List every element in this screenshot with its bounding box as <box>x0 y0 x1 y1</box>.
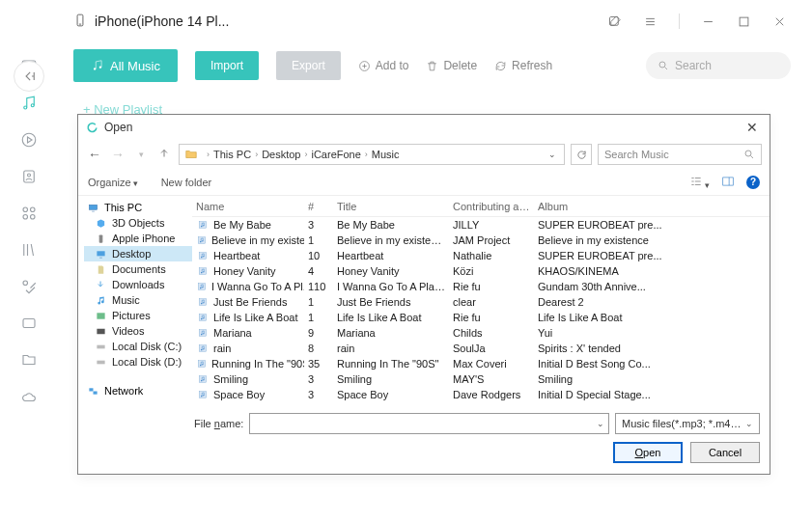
file-row[interactable]: I Wanna Go To A Pl...110I Wanna Go To A … <box>192 279 770 294</box>
file-row[interactable]: Smiling3SmilingMAY'SSmiling <box>192 371 770 387</box>
nav-up-icon[interactable] <box>155 147 173 162</box>
dialog-close-button[interactable]: ✕ <box>742 120 762 135</box>
svg-point-20 <box>745 151 751 156</box>
delete-button[interactable]: Delete <box>426 59 477 72</box>
column-header[interactable]: # <box>304 201 333 212</box>
add-to-button[interactable]: Add to <box>358 59 409 72</box>
svg-rect-43 <box>198 284 206 290</box>
svg-point-19 <box>659 62 665 68</box>
edit-icon[interactable] <box>607 14 622 29</box>
dialog-search-input[interactable]: Search Music <box>598 144 762 165</box>
file-row[interactable]: Mariana9MarianaChildsYui <box>192 325 770 341</box>
tree-item[interactable]: Music <box>84 292 192 308</box>
svg-point-7 <box>23 207 28 212</box>
file-row[interactable]: Honey Vanity4Honey VanityKöziKHAOS/KINEM… <box>192 263 770 279</box>
tree-network[interactable]: Network <box>84 383 192 398</box>
svg-rect-34 <box>198 237 206 244</box>
app-toolbar: iPhone(iPhone 14 Pl... <box>58 0 812 42</box>
refresh-button[interactable]: Refresh <box>494 59 552 72</box>
close-icon[interactable] <box>772 14 787 29</box>
music-file-icon <box>196 234 208 246</box>
preview-pane-button[interactable] <box>721 175 735 190</box>
svg-rect-55 <box>199 345 207 352</box>
tree-item[interactable]: Local Disk (C:) <box>84 339 192 354</box>
filename-input[interactable]: ⌄ <box>249 413 609 434</box>
cloud-icon[interactable] <box>20 388 38 405</box>
svg-point-3 <box>31 104 34 107</box>
maximize-icon[interactable] <box>737 14 751 29</box>
svg-point-44 <box>200 288 201 288</box>
bookmarks-icon[interactable] <box>20 278 38 295</box>
breadcrumb-dropdown-icon[interactable]: ⌄ <box>548 150 560 159</box>
crumb-segment[interactable]: Desktop <box>262 149 300 160</box>
music-icon[interactable] <box>20 95 38 112</box>
import-button[interactable]: Import <box>195 51 259 80</box>
apps-icon[interactable] <box>20 205 38 222</box>
file-row[interactable]: Life Is Like A Boat1Life Is Like A BoatR… <box>192 310 770 325</box>
svg-rect-58 <box>198 361 206 368</box>
files-icon[interactable] <box>20 351 38 369</box>
svg-rect-15 <box>740 17 748 26</box>
svg-rect-23 <box>98 234 102 242</box>
cancel-button[interactable]: Cancel <box>690 442 760 463</box>
tree-item[interactable]: Documents <box>84 261 192 277</box>
svg-point-65 <box>201 396 202 397</box>
tree-item[interactable]: Videos <box>84 323 192 339</box>
file-row[interactable]: Running In The "90S"35Running In The "90… <box>192 356 770 371</box>
tree-item[interactable]: Desktop <box>84 246 192 261</box>
crumb-segment[interactable]: This PC <box>213 149 251 160</box>
column-header[interactable]: Contributing artists <box>449 201 534 212</box>
tree-item[interactable]: Downloads <box>84 277 192 292</box>
organize-button[interactable]: Organize▾ <box>88 177 138 188</box>
new-folder-button[interactable]: New folder <box>161 177 212 188</box>
svg-point-51 <box>203 317 204 318</box>
svg-rect-24 <box>97 251 104 256</box>
crumb-segment[interactable]: Music <box>372 149 400 160</box>
file-row[interactable]: rain8rainSoulJaSpirits : X' tended <box>192 341 770 356</box>
export-button[interactable]: Export <box>276 51 341 80</box>
column-header[interactable]: Album <box>534 201 770 212</box>
file-row[interactable]: Just Be Friends1Just Be FriendsclearDear… <box>192 294 770 310</box>
svg-point-16 <box>94 68 96 69</box>
music-file-icon <box>196 265 210 277</box>
crumb-segment[interactable]: iCareFone <box>311 149 360 160</box>
refresh-icon[interactable] <box>571 144 592 165</box>
nav-back-icon[interactable]: ← <box>86 147 103 162</box>
messages-icon[interactable] <box>20 315 38 332</box>
file-list-header: Name # Title Contributing artists Album <box>192 196 770 217</box>
column-header[interactable]: Title <box>333 201 449 212</box>
menu-icon[interactable] <box>643 14 658 29</box>
help-icon[interactable]: ? <box>746 176 760 189</box>
view-mode-button[interactable]: ▾ <box>689 175 710 190</box>
file-row[interactable]: Heartbeat10HeartbeatNathalieSUPER EUROBE… <box>192 248 770 263</box>
search-input[interactable]: Search <box>646 52 791 79</box>
chevron-down-icon[interactable]: ▾ <box>132 150 150 159</box>
file-row[interactable]: Believe in my existe...1Believe in my ex… <box>192 233 770 248</box>
tree-item[interactable]: Pictures <box>84 308 192 323</box>
chevron-down-icon[interactable]: ⌄ <box>597 419 604 428</box>
breadcrumb[interactable]: › This PC › Desktop › iCareFone › Music … <box>179 144 565 165</box>
svg-point-48 <box>203 302 204 303</box>
back-button[interactable] <box>14 61 44 92</box>
video-icon[interactable] <box>20 131 38 149</box>
tree-item[interactable]: Apple iPhone <box>84 231 192 246</box>
tree-this-pc[interactable]: This PC <box>84 200 192 215</box>
svg-point-60 <box>202 364 203 365</box>
open-button[interactable]: Open <box>613 442 683 463</box>
contacts-icon[interactable] <box>20 168 38 185</box>
books-icon[interactable] <box>20 241 38 259</box>
divider <box>679 14 680 29</box>
dialog-title: Open <box>104 121 132 134</box>
minimize-icon[interactable] <box>701 14 715 29</box>
svg-point-63 <box>203 379 204 380</box>
all-music-button[interactable]: All Music <box>73 49 178 82</box>
file-type-select[interactable]: Music files(*.mp3; *.m4a;*.aac;* ⌄ <box>615 413 760 434</box>
tree-item[interactable]: Local Disk (D:) <box>84 354 192 370</box>
file-row[interactable]: Space Boy3Space BoyDave RodgersInitial D… <box>192 387 770 402</box>
file-row[interactable]: Be My Babe3Be My BabeJILLYSUPER EUROBEAT… <box>192 217 770 233</box>
column-header[interactable]: Name <box>192 201 304 212</box>
chevron-down-icon[interactable]: ⌄ <box>745 419 753 428</box>
network-icon <box>86 385 99 397</box>
nav-forward-icon: → <box>109 147 126 162</box>
tree-item[interactable]: 3D Objects <box>84 215 192 231</box>
